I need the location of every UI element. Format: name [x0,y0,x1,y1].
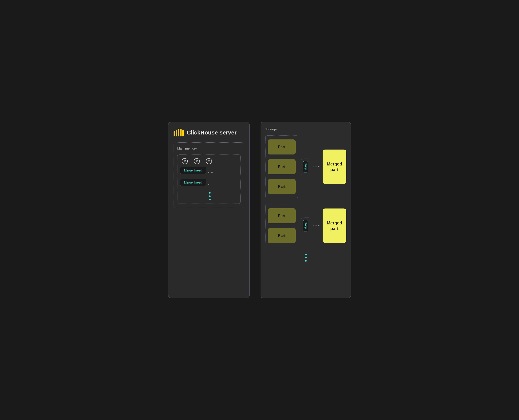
arrow-svg-2 [313,225,320,227]
merged-part-box-2: Mergedpart [323,209,346,243]
clickhouse-logo [174,129,184,136]
arrow-to-merged-2 [313,225,320,227]
merge-thread-button-2: Merge thread [180,179,206,186]
arrow-svg-1 [313,165,320,168]
server-header: ClickHouse server [174,129,244,136]
bottom-group: Part Part Merge [265,204,346,247]
page-wrapper: ClickHouse server Main memory ③ ② ① Merg… [168,122,351,298]
merged-part-box-1: Mergedpart [323,150,346,184]
logo-bar-3 [178,129,179,136]
logo-bar-5 [182,130,184,136]
merge-badge-container-2: Merge [301,218,310,234]
merged-part-label-1: Mergedpart [327,161,342,172]
merge-thread-button-1: Merge thread [180,167,206,174]
parts-group-2-box: Part Part [265,204,298,247]
merge-badge-2: Merge [303,220,308,231]
parts-list-1: Part Part Part [268,138,296,195]
arrow-left-1: ◂ [208,170,209,174]
storage-dot-1 [305,254,307,255]
step-2: ② [194,158,200,164]
parts-list-2: Part Part [268,207,296,244]
part-box-3: Part [268,179,296,194]
dot-1 [209,192,211,194]
merge-thread-row-2: Merge thread ◂ [180,179,238,190]
merge-badge-container-1: Merge [301,158,310,175]
merged-part-label-2: Mergedpart [327,220,342,231]
arrow-to-merged-1 [313,165,320,168]
merge-threads-dots [180,192,238,200]
server-title: ClickHouse server [187,129,237,136]
part-box-5: Part [268,228,296,243]
logo-bar-1 [174,131,175,136]
storage-panel: Storage Part Part Part Merge [261,122,351,298]
svg-marker-1 [318,166,320,168]
merge-threads-area: ③ ② ① Merge thread ◂ ◂ Merge thread [177,155,240,204]
merge-badge-1: Merge [303,161,308,172]
top-group: Part Part Part Merge [265,135,346,198]
part-box-4: Part [268,208,296,223]
storage-dot-2 [305,257,307,258]
storage-dots [265,254,346,262]
main-memory-label: Main memory [177,147,240,150]
step-numbers-row: ③ ② ① [180,158,238,164]
main-memory-box: Main memory ③ ② ① Merge thread ◂ ◂ [174,142,244,208]
logo-bar-4 [180,129,182,136]
dot-3 [209,199,211,200]
part-box-2: Part [268,159,296,174]
svg-marker-3 [318,225,320,226]
dot-2 [209,195,211,197]
part-box-1: Part [268,139,296,155]
merge-thread-row-1: Merge thread ◂ ◂ [180,167,238,178]
logo-bar-2 [176,130,177,136]
storage-dot-3 [305,260,307,262]
server-panel: ClickHouse server Main memory ③ ② ① Merg… [168,122,250,298]
arrow-left-3: ◂ [208,182,209,186]
storage-section: Storage Part Part Part Merge [261,122,351,298]
storage-label: Storage [265,127,346,131]
step-1: ① [206,158,212,164]
arrow-left-2: ◂ [211,170,213,174]
step-3: ③ [182,158,188,164]
parts-group-1-box: Part Part Part [265,135,298,198]
